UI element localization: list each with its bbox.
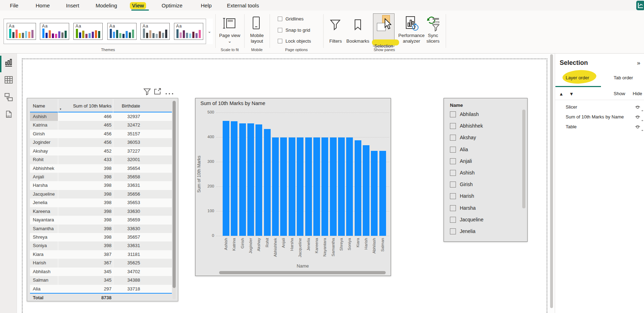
table-row[interactable]: Alia29733718 — [30, 285, 172, 293]
bar-nayantara[interactable] — [321, 137, 328, 236]
table-row[interactable]: Rohit43332001 — [30, 155, 172, 164]
bar-anjali[interactable] — [280, 137, 287, 236]
bar-shreya[interactable] — [338, 137, 345, 236]
theme-card-6[interactable]: Aa — [174, 23, 203, 40]
table-row[interactable]: Shreya39835657 — [30, 233, 172, 241]
sort-descending-icon[interactable]: ▼ — [59, 108, 62, 110]
page-view-button[interactable]: Page view ⌄ — [218, 33, 242, 44]
slicer-item-abhilash[interactable]: Abhilash — [450, 111, 520, 120]
bar-joginder[interactable] — [247, 123, 254, 236]
bar-jenelia[interactable] — [305, 137, 312, 236]
theme-gallery-expand-button[interactable]: ⌄ — [206, 19, 213, 44]
slicer-item-akshay[interactable]: Akshay — [450, 135, 520, 143]
bar-harish[interactable] — [363, 145, 369, 236]
menu-item-modeling[interactable]: Modeling — [94, 2, 119, 9]
table-row[interactable]: Ashish46632937 — [30, 112, 172, 121]
sidebar-item-report-view[interactable] — [4, 59, 13, 67]
bar-kareena[interactable] — [313, 137, 320, 236]
theme-card-5[interactable]: Aa — [140, 23, 170, 40]
table-row[interactable]: Jenelia39835653 — [30, 198, 172, 207]
sidebar-item-dax-query-view[interactable]: DAX — [4, 110, 13, 119]
slicer-checkbox-alia[interactable] — [450, 147, 456, 153]
slicer-item-harsha[interactable]: Harsha — [450, 205, 520, 214]
slicer-checkbox-jacqueline[interactable] — [450, 217, 456, 223]
table-filter-icon[interactable] — [143, 88, 151, 95]
slicer-scrollbar[interactable] — [522, 110, 525, 208]
bookmarks-icon[interactable] — [354, 19, 362, 31]
bar-kiara[interactable] — [355, 140, 361, 236]
sync-slicers-icon[interactable] — [426, 15, 440, 31]
theme-card-2[interactable]: Aa — [40, 23, 69, 40]
menu-item-help[interactable]: Help — [199, 2, 214, 9]
slicer-item-jacqueline[interactable]: Jacqueline — [450, 217, 520, 225]
table-row[interactable]: Harish36735625 — [30, 259, 172, 267]
performance-analyzer-button[interactable]: Performance analyzer — [396, 33, 427, 44]
table-row[interactable]: Harsha39833631 — [30, 181, 172, 190]
slicer-item-girish[interactable]: Girish — [450, 182, 520, 190]
slicer-checkbox-jenelia[interactable] — [450, 228, 456, 234]
tab-tab-order[interactable]: Tab order — [614, 75, 633, 80]
slicer-item-abhishhek[interactable]: Abhishhek — [450, 123, 520, 131]
filters-icon[interactable] — [330, 19, 341, 31]
bar-girish[interactable] — [239, 123, 246, 236]
slicer-checkbox-ashish[interactable] — [450, 170, 456, 176]
slicer-visual[interactable]: Name AbhilashAbhishhekAkshayAliaAnjaliAs… — [444, 98, 528, 242]
table-row[interactable]: Anjali39835658 — [30, 173, 172, 181]
menu-item-home[interactable]: Home — [34, 2, 52, 9]
hide-all-button[interactable]: Hide — [633, 91, 642, 96]
bar-chart-visual[interactable]: Sum of 10th Marks by Name Sum of 10th Ma… — [195, 98, 391, 276]
layer-more-options-icon[interactable] — [642, 116, 644, 118]
visibility-eye-icon[interactable] — [635, 124, 640, 130]
table-row[interactable]: Girish45635157 — [30, 130, 172, 138]
visibility-eye-icon[interactable] — [635, 114, 640, 121]
theme-card-4[interactable]: Aa — [107, 23, 137, 40]
layer-more-options-icon[interactable] — [642, 126, 644, 128]
canvas-scrollbar[interactable] — [550, 54, 553, 308]
menu-item-optimize[interactable]: Optimize — [160, 2, 185, 9]
move-layer-down-button[interactable]: ▼ — [569, 91, 574, 97]
bar-harsha[interactable] — [289, 137, 295, 236]
slicer-checkbox-girish[interactable] — [450, 182, 456, 188]
table-focus-mode-icon[interactable] — [154, 88, 162, 95]
slicer-item-ashish[interactable]: Ashish — [450, 170, 520, 178]
slicer-checkbox-akshay[interactable] — [450, 135, 456, 141]
bar-salman[interactable] — [379, 151, 386, 236]
layer-row-slicer[interactable]: Slicer — [555, 102, 644, 112]
bookmarks-button[interactable]: Bookmarks — [344, 38, 372, 44]
move-layer-up-button[interactable]: ▲ — [559, 91, 564, 97]
visibility-eye-icon[interactable] — [635, 104, 640, 111]
app-badge-icon[interactable] — [636, 1, 644, 10]
slicer-checkbox-harsha[interactable] — [450, 205, 456, 211]
lock-objects-checkbox[interactable] — [278, 39, 282, 43]
chart-scrollbar[interactable] — [219, 271, 386, 274]
bar-katrina[interactable] — [231, 121, 237, 236]
slicer-item-harish[interactable]: Harish — [450, 193, 520, 202]
table-row[interactable]: Abhilash34534702 — [30, 268, 172, 276]
bar-soniya[interactable] — [346, 137, 353, 236]
column-header-sum-of-10th-marks[interactable]: Sum of 10th Marks — [58, 103, 112, 109]
column-header-birthdate[interactable]: Birthdate — [116, 103, 140, 109]
table-row[interactable]: Salman34534388 — [30, 276, 172, 284]
bar-abhilash[interactable] — [371, 151, 378, 236]
table-row[interactable]: Abhishhek39835654 — [30, 164, 172, 173]
sidebar-item-data-view[interactable] — [4, 75, 13, 84]
show-all-button[interactable]: Show — [614, 91, 625, 96]
table-row[interactable]: Katrina46532472 — [30, 121, 172, 129]
mobile-layout-icon[interactable] — [252, 16, 260, 30]
bar-akshay[interactable] — [255, 124, 262, 236]
table-row[interactable]: Joginder45636053 — [30, 138, 172, 147]
sync-slicers-button[interactable]: Sync slicers — [423, 33, 443, 44]
gridlines-checkbox[interactable] — [278, 17, 282, 21]
slicer-checkbox-harish[interactable] — [450, 193, 456, 199]
slicer-item-jenelia[interactable]: Jenelia — [450, 228, 520, 237]
bar-abhishhek[interactable] — [272, 137, 279, 236]
bar-jacqueline[interactable] — [297, 137, 303, 236]
slicer-item-alia[interactable]: Alia — [450, 147, 520, 155]
sidebar-item-model-view[interactable] — [4, 93, 13, 102]
table-row[interactable]: Jacqueline39835656 — [30, 190, 172, 198]
slicer-checkbox-anjali[interactable] — [450, 158, 456, 164]
bar-samantha[interactable] — [330, 137, 337, 236]
table-scrollbar-thumb[interactable] — [173, 101, 176, 288]
theme-card-3[interactable]: Aa — [73, 23, 103, 40]
table-more-options-icon[interactable] — [165, 90, 174, 97]
